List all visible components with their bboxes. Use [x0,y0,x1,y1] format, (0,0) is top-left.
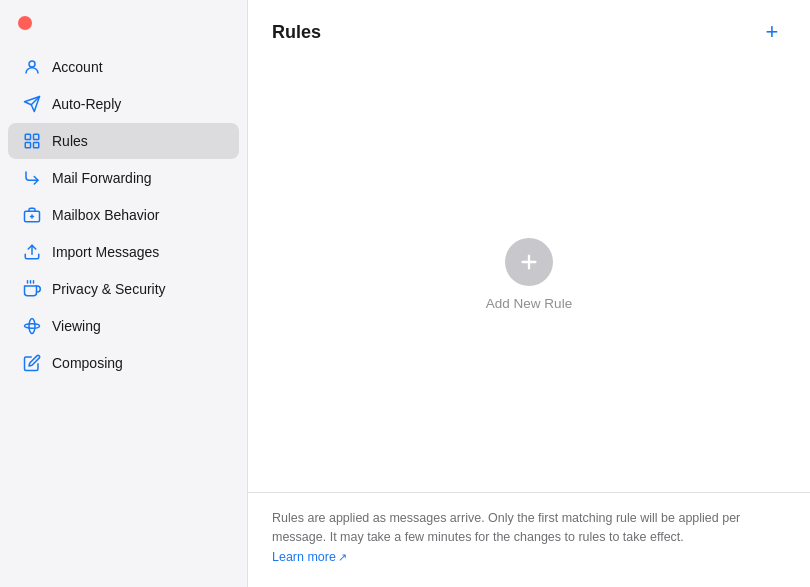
footer-info: Rules are applied as messages arrive. On… [248,492,810,587]
footer-text: Rules are applied as messages arrive. On… [272,511,740,544]
page-title: Rules [272,22,321,43]
privacy-security-icon [22,280,42,298]
close-button[interactable]: × [18,16,32,30]
composing-icon [22,354,42,372]
sidebar-item-import-messages-label: Import Messages [52,244,159,260]
sidebar-item-mail-forwarding-label: Mail Forwarding [52,170,152,186]
rules-icon [22,132,42,150]
sidebar-item-account[interactable]: Account [8,49,239,85]
mailbox-behavior-icon [22,206,42,224]
main-panel: Rules + Add New Rule Rules are applied a… [248,0,810,587]
sidebar-item-mailbox-behavior[interactable]: Mailbox Behavior [8,197,239,233]
import-messages-icon [22,243,42,261]
svg-rect-3 [25,134,30,139]
sidebar: × Account Auto-Reply [0,0,248,587]
account-icon [22,58,42,76]
sidebar-item-auto-reply-label: Auto-Reply [52,96,121,112]
sidebar-item-privacy-security-label: Privacy & Security [52,281,166,297]
sidebar-item-rules[interactable]: Rules [8,123,239,159]
main-header: Rules + [248,0,810,58]
svg-rect-4 [34,134,39,139]
add-new-rule-label: Add New Rule [486,296,572,311]
sidebar-item-rules-label: Rules [52,133,88,149]
svg-rect-5 [25,143,30,148]
viewing-icon [22,317,42,335]
sidebar-item-auto-reply[interactable]: Auto-Reply [8,86,239,122]
sidebar-item-viewing-label: Viewing [52,318,101,334]
svg-point-0 [29,61,35,67]
svg-point-15 [29,319,35,334]
learn-more-link[interactable]: Learn more ↗ [272,548,347,567]
sidebar-item-privacy-security[interactable]: Privacy & Security [8,271,239,307]
sidebar-item-mail-forwarding[interactable]: Mail Forwarding [8,160,239,196]
add-new-rule-circle-button[interactable] [505,238,553,286]
sidebar-item-import-messages[interactable]: Import Messages [8,234,239,270]
svg-point-14 [25,324,40,329]
sidebar-item-viewing[interactable]: Viewing [8,308,239,344]
auto-reply-icon [22,95,42,113]
sidebar-item-composing-label: Composing [52,355,123,371]
svg-rect-6 [34,143,39,148]
sidebar-nav: Account Auto-Reply Rules [0,48,247,382]
sidebar-item-account-label: Account [52,59,103,75]
learn-more-arrow-icon: ↗ [338,549,347,566]
mail-forwarding-icon [22,169,42,187]
sidebar-item-mailbox-behavior-label: Mailbox Behavior [52,207,159,223]
empty-state: Add New Rule [248,58,810,492]
sidebar-item-composing[interactable]: Composing [8,345,239,381]
add-rule-button-top[interactable]: + [758,18,786,46]
